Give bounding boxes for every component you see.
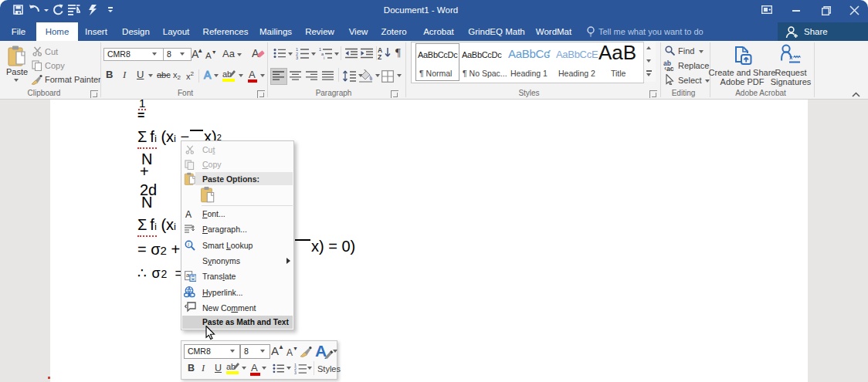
- svg-text:ac: ac: [666, 65, 674, 71]
- svg-text:ab: ab: [222, 69, 232, 79]
- svg-text:3: 3: [294, 370, 297, 374]
- svg-text:ab: ab: [226, 362, 236, 371]
- svg-text:i: i: [324, 56, 324, 59]
- svg-text:A: A: [252, 47, 259, 59]
- svg-text:x: x: [789, 54, 793, 61]
- svg-text:3: 3: [296, 56, 298, 59]
- svg-text:Z: Z: [378, 53, 381, 60]
